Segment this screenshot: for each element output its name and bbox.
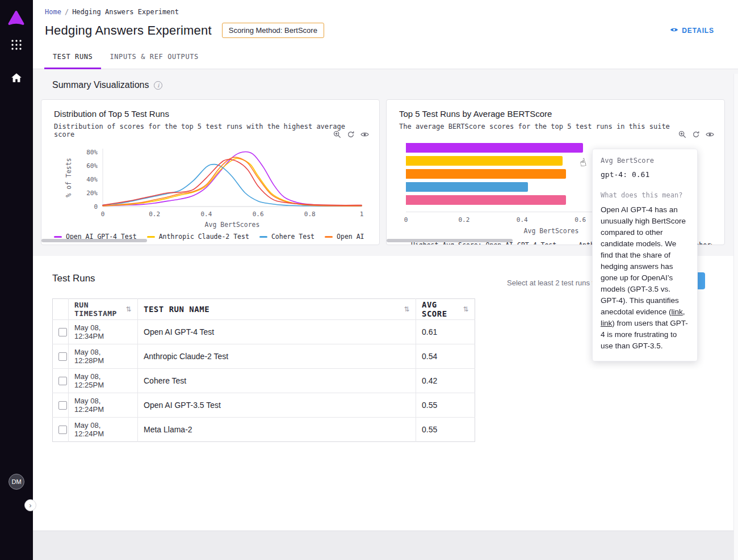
test-run-name-cell: Open AI GPT-4 Test bbox=[138, 320, 416, 344]
test-run-name-cell: Meta Llama-2 bbox=[138, 418, 416, 442]
table-row[interactable]: May 08, 12:24PMOpen AI GPT-3.5 Test0.55 bbox=[53, 393, 475, 418]
scoring-method-badge: Scoring Method: BertScore bbox=[222, 23, 324, 38]
app-logo-icon[interactable] bbox=[7, 10, 25, 28]
home-icon[interactable] bbox=[11, 73, 22, 85]
distribution-chart: 020%40%60%80%00.20.40.60.81% of TestsAvg… bbox=[54, 143, 368, 229]
svg-text:% of Tests: % of Tests bbox=[65, 158, 73, 197]
scrollbar-thumb[interactable] bbox=[387, 239, 513, 242]
avg-score-cell: 0.55 bbox=[416, 418, 475, 442]
svg-text:40%: 40% bbox=[86, 176, 98, 183]
row-checkbox[interactable] bbox=[58, 352, 67, 361]
svg-text:0: 0 bbox=[101, 210, 105, 218]
details-button[interactable]: DETAILS bbox=[670, 27, 714, 35]
checkbox-cell bbox=[53, 393, 69, 418]
table-row[interactable]: May 08, 12:24PMMeta Llama-20.55 bbox=[53, 418, 475, 442]
legend-swatch bbox=[54, 236, 62, 238]
svg-text:20%: 20% bbox=[86, 190, 98, 197]
table-row[interactable]: May 08, 12:28PMAnthropic Claude-2 Test0.… bbox=[53, 344, 475, 369]
tooltip-header: Avg BertScore bbox=[601, 157, 689, 165]
row-checkbox[interactable] bbox=[58, 377, 67, 385]
checkbox-cell bbox=[53, 418, 69, 442]
run-timestamp-cell: May 08, 12:24PM bbox=[69, 418, 138, 442]
tooltip-link-1[interactable]: link bbox=[672, 308, 683, 316]
svg-text:0.4: 0.4 bbox=[200, 210, 212, 218]
info-icon[interactable]: i bbox=[154, 81, 162, 90]
top-runs-card-subtitle: The average BERTScore scores for the top… bbox=[399, 123, 712, 130]
series-line[interactable] bbox=[103, 165, 362, 206]
avatar[interactable]: DM bbox=[9, 474, 24, 490]
run-timestamp-cell: May 08, 12:25PM bbox=[69, 369, 138, 393]
tooltip-body: Open AI GPT-4 has an unusually high Bert… bbox=[601, 204, 689, 352]
svg-text:1: 1 bbox=[360, 210, 364, 218]
bar-cohere-test[interactable] bbox=[406, 182, 528, 192]
checkbox-cell bbox=[53, 320, 69, 344]
legend-swatch bbox=[567, 245, 575, 246]
tab-inputs-ref-outputs[interactable]: INPUTS & REF OUTPUTS bbox=[101, 47, 207, 69]
test-runs-tbody: May 08, 12:34PMOpen AI GPT-4 Test0.61May… bbox=[53, 320, 475, 442]
table-row[interactable]: May 08, 12:34PMOpen AI GPT-4 Test0.61 bbox=[53, 320, 475, 344]
avg-score-cell: 0.54 bbox=[416, 344, 475, 369]
run-timestamp-cell: May 08, 12:28PM bbox=[69, 344, 138, 369]
test-run-name-cell: Open AI GPT-3.5 Test bbox=[138, 393, 416, 418]
bar-open-ai-gpt-3-5-test[interactable] bbox=[406, 169, 566, 179]
test-runs-table: RUN TIMESTAMP⇅ TEST RUN NAME⇅ AVG SCORE⇅… bbox=[52, 298, 475, 442]
svg-text:80%: 80% bbox=[86, 149, 98, 156]
tab-test-runs[interactable]: TEST RUNS bbox=[44, 47, 101, 69]
top-runs-card-title: Top 5 Test Runs by Average BERTScore bbox=[399, 109, 712, 119]
tooltip-question: What does this mean? bbox=[601, 191, 689, 199]
row-checkbox[interactable] bbox=[58, 401, 67, 410]
eye-icon bbox=[670, 27, 678, 35]
checkbox-cell bbox=[53, 369, 69, 393]
visibility-icon[interactable] bbox=[360, 131, 369, 138]
row-checkbox[interactable] bbox=[58, 426, 67, 434]
column-avg-score[interactable]: AVG SCORE⇅ bbox=[416, 299, 475, 320]
visibility-icon[interactable] bbox=[706, 131, 714, 138]
table-header-row: RUN TIMESTAMP⇅ TEST RUN NAME⇅ AVG SCORE⇅ bbox=[53, 299, 475, 320]
tooltip-metric: gpt-4:0.61 bbox=[601, 170, 689, 179]
avg-score-cell: 0.61 bbox=[416, 320, 475, 344]
refresh-icon[interactable] bbox=[692, 130, 700, 138]
page-title: Hedging Answers Experiment bbox=[45, 23, 212, 38]
sort-icon[interactable]: ⇅ bbox=[463, 305, 469, 313]
series-line[interactable] bbox=[103, 159, 362, 205]
summary-heading: Summary Visualizations bbox=[52, 80, 149, 90]
svg-text:0.8: 0.8 bbox=[304, 210, 316, 218]
column-test-run-name[interactable]: TEST RUN NAME⇅ bbox=[138, 299, 416, 320]
apps-grid-icon[interactable] bbox=[10, 39, 23, 53]
sidebar-expand-button[interactable]: › bbox=[24, 499, 36, 511]
legend-swatch bbox=[399, 245, 407, 246]
tooltip-link-2[interactable]: link bbox=[601, 319, 612, 327]
chevron-right-icon: › bbox=[29, 502, 31, 509]
distribution-card: Distribution of Top 5 Test Runs Distribu… bbox=[41, 99, 380, 245]
refresh-icon[interactable] bbox=[347, 130, 355, 138]
sort-icon[interactable]: ⇅ bbox=[404, 305, 410, 313]
horizontal-scrollbar bbox=[41, 239, 378, 242]
test-run-name-cell: Anthropic Claude-2 Test bbox=[138, 344, 416, 369]
scrollbar-thumb[interactable] bbox=[41, 239, 147, 242]
vertical-scrollbar[interactable] bbox=[733, 74, 738, 560]
row-checkbox[interactable] bbox=[58, 328, 67, 336]
distribution-card-title: Distribution of Top 5 Test Runs bbox=[54, 109, 367, 119]
sort-icon[interactable]: ⇅ bbox=[125, 305, 132, 313]
zoom-in-icon[interactable] bbox=[333, 130, 341, 138]
axis-tick: 0.2 bbox=[458, 216, 469, 224]
zoom-in-icon[interactable] bbox=[678, 130, 686, 138]
breadcrumb-separator: / bbox=[65, 8, 69, 16]
column-run-timestamp[interactable]: RUN TIMESTAMP⇅ bbox=[69, 299, 138, 320]
breadcrumb-current: Hedging Answers Experiment bbox=[72, 8, 179, 16]
details-label: DETAILS bbox=[682, 27, 714, 35]
sidebar: DM › bbox=[0, 0, 33, 560]
selection-hint: Select at least 2 test runs to c bbox=[507, 279, 604, 287]
legend-swatch bbox=[147, 236, 155, 238]
checkbox-cell bbox=[53, 344, 69, 369]
page-header: Home/Hedging Answers Experiment Hedging … bbox=[33, 0, 738, 69]
table-row[interactable]: May 08, 12:25PMCohere Test0.42 bbox=[53, 369, 475, 393]
bar-open-ai-gpt-4-test[interactable] bbox=[406, 143, 583, 153]
avg-score-cell: 0.42 bbox=[416, 369, 475, 393]
breadcrumb-home-link[interactable]: Home bbox=[45, 8, 61, 16]
svg-text:0.6: 0.6 bbox=[253, 210, 264, 218]
footer bbox=[33, 530, 738, 560]
axis-tick: 0.6 bbox=[575, 216, 586, 224]
bar-anthropic-claude-2-test[interactable] bbox=[406, 156, 563, 166]
bar-meta-llama-2[interactable] bbox=[406, 195, 566, 205]
